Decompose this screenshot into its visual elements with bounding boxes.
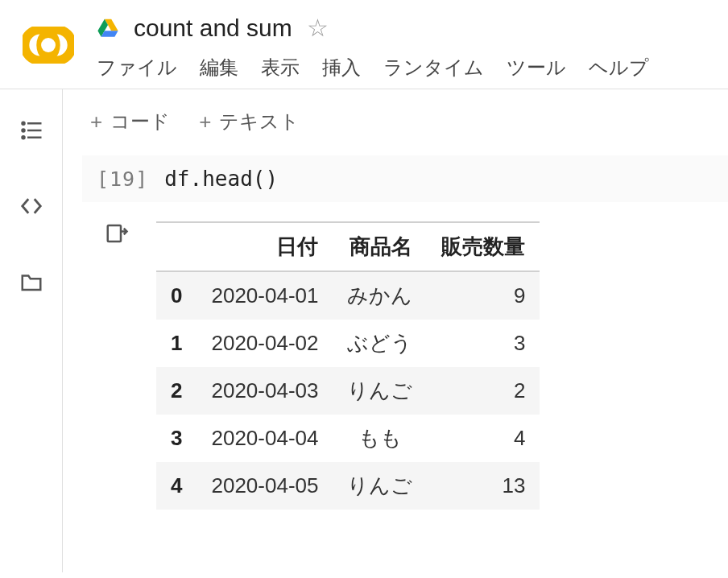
menu-view[interactable]: 表示: [261, 55, 300, 81]
menu-bar: ファイル 編集 表示 挿入 ランタイム ツール ヘルプ: [97, 55, 728, 81]
cell-name: みかん: [333, 271, 427, 320]
cell-qty: 13: [427, 462, 540, 510]
svg-point-9: [22, 130, 24, 132]
left-rail: [0, 89, 63, 572]
cell-date: 2020-04-02: [196, 320, 333, 367]
plus-icon: +: [199, 111, 211, 132]
files-icon[interactable]: [19, 270, 43, 294]
row-index: 2: [156, 367, 196, 415]
svg-rect-13: [108, 225, 121, 242]
table-row: 1 2020-04-02 ぶどう 3: [156, 320, 540, 367]
cell-code[interactable]: df.head(): [164, 167, 278, 191]
table-header-row: 日付 商品名 販売数量: [156, 222, 540, 271]
code-snippets-icon[interactable]: [19, 194, 43, 218]
add-text-label: テキスト: [219, 109, 300, 134]
cell-date: 2020-04-01: [196, 271, 333, 320]
cell-date: 2020-04-04: [196, 415, 333, 462]
table-row: 3 2020-04-04 もも 4: [156, 415, 540, 462]
toc-icon[interactable]: [19, 118, 43, 142]
cell-qty: 9: [427, 271, 540, 320]
menu-tools[interactable]: ツール: [507, 55, 566, 81]
row-index: 3: [156, 415, 196, 462]
add-text-button[interactable]: + テキスト: [199, 109, 300, 134]
svg-point-7: [22, 122, 24, 125]
add-code-button[interactable]: + コード: [90, 109, 170, 134]
menu-edit[interactable]: 編集: [200, 55, 238, 81]
code-cell[interactable]: [19] df.head(): [82, 155, 728, 202]
cell-name: もも: [333, 415, 427, 462]
add-code-label: コード: [110, 109, 170, 134]
cell-qty: 4: [427, 415, 540, 462]
svg-point-11: [22, 136, 24, 138]
col-qty: 販売数量: [427, 222, 540, 271]
cell-date: 2020-04-03: [196, 367, 333, 415]
colab-logo-icon: [23, 19, 74, 71]
menu-insert[interactable]: 挿入: [322, 55, 361, 81]
table-row: 4 2020-04-05 りんご 13: [156, 462, 540, 510]
menu-help[interactable]: ヘルプ: [589, 55, 649, 81]
table-row: 0 2020-04-01 みかん 9: [156, 271, 540, 320]
cell-name: ぶどう: [333, 320, 427, 367]
document-title[interactable]: count and sum: [134, 14, 292, 42]
table-row: 2 2020-04-03 りんご 2: [156, 367, 540, 415]
menu-runtime[interactable]: ランタイム: [383, 55, 484, 81]
cell-name: りんご: [333, 367, 427, 415]
col-name: 商品名: [333, 222, 427, 271]
cell-qty: 3: [427, 320, 540, 367]
cell-date: 2020-04-05: [196, 462, 333, 510]
cell-qty: 2: [427, 367, 540, 415]
output-dataframe: 日付 商品名 販売数量 0 2020-04-01 みかん 9 1 2020-04…: [156, 221, 540, 510]
col-date: 日付: [196, 222, 333, 271]
drive-icon: [97, 17, 119, 39]
row-index: 0: [156, 271, 196, 320]
output-indicator-icon[interactable]: [105, 221, 129, 249]
star-icon[interactable]: ☆: [307, 16, 329, 40]
menu-file[interactable]: ファイル: [97, 55, 177, 81]
plus-icon: +: [90, 111, 102, 132]
cell-name: りんご: [333, 462, 427, 510]
execution-count: [19]: [97, 167, 148, 191]
row-index: 4: [156, 462, 196, 510]
row-index: 1: [156, 320, 196, 367]
